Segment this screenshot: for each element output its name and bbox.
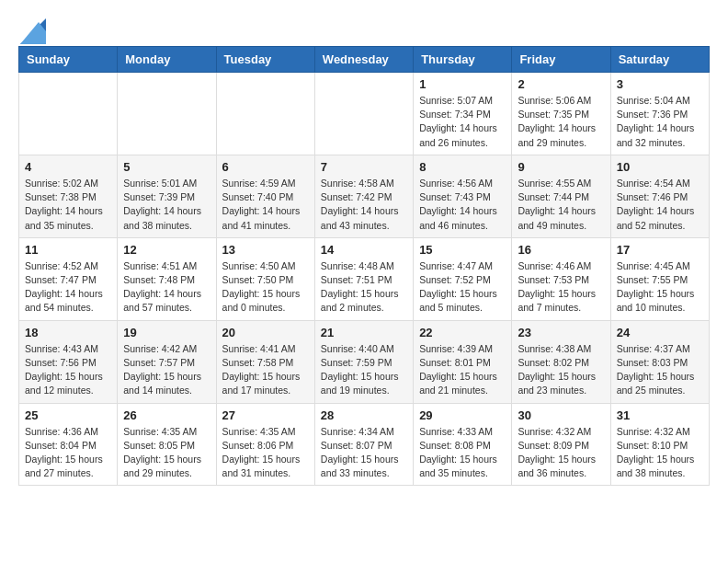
day-info: Sunrise: 5:06 AM Sunset: 7:35 PM Dayligh… bbox=[518, 94, 604, 150]
calendar-week-row: 4Sunrise: 5:02 AM Sunset: 7:38 PM Daylig… bbox=[19, 155, 710, 237]
day-header-tuesday: Tuesday bbox=[216, 47, 314, 73]
calendar-day-cell: 18Sunrise: 4:43 AM Sunset: 7:56 PM Dayli… bbox=[19, 320, 118, 403]
day-number: 11 bbox=[25, 243, 111, 257]
calendar-day-cell: 7Sunrise: 4:58 AM Sunset: 7:42 PM Daylig… bbox=[314, 155, 413, 237]
day-header-wednesday: Wednesday bbox=[314, 47, 413, 73]
day-info: Sunrise: 4:43 AM Sunset: 7:56 PM Dayligh… bbox=[25, 342, 111, 398]
calendar-day-cell: 6Sunrise: 4:59 AM Sunset: 7:40 PM Daylig… bbox=[216, 155, 314, 237]
day-info: Sunrise: 4:41 AM Sunset: 7:58 PM Dayligh… bbox=[222, 342, 309, 398]
calendar-day-cell bbox=[314, 73, 413, 155]
day-info: Sunrise: 4:55 AM Sunset: 7:44 PM Dayligh… bbox=[518, 177, 604, 233]
day-number: 6 bbox=[222, 160, 309, 174]
calendar-header-row: SundayMondayTuesdayWednesdayThursdayFrid… bbox=[19, 47, 710, 73]
day-info: Sunrise: 4:50 AM Sunset: 7:50 PM Dayligh… bbox=[222, 259, 309, 316]
calendar-day-cell: 14Sunrise: 4:48 AM Sunset: 7:51 PM Dayli… bbox=[314, 237, 413, 320]
day-number: 23 bbox=[518, 326, 604, 339]
calendar-week-row: 25Sunrise: 4:36 AM Sunset: 8:04 PM Dayli… bbox=[19, 403, 710, 486]
day-number: 13 bbox=[222, 243, 309, 257]
day-header-friday: Friday bbox=[512, 47, 610, 73]
day-info: Sunrise: 4:58 AM Sunset: 7:42 PM Dayligh… bbox=[321, 177, 407, 233]
calendar-day-cell: 12Sunrise: 4:51 AM Sunset: 7:48 PM Dayli… bbox=[118, 237, 216, 320]
calendar-day-cell: 4Sunrise: 5:02 AM Sunset: 7:38 PM Daylig… bbox=[19, 155, 118, 237]
day-number: 26 bbox=[123, 408, 210, 422]
day-number: 15 bbox=[419, 243, 506, 257]
day-number: 8 bbox=[419, 160, 506, 174]
day-number: 28 bbox=[321, 408, 407, 422]
day-info: Sunrise: 4:37 AM Sunset: 8:03 PM Dayligh… bbox=[617, 342, 703, 398]
day-info: Sunrise: 4:40 AM Sunset: 7:59 PM Dayligh… bbox=[321, 342, 407, 398]
day-number: 12 bbox=[123, 243, 210, 257]
calendar-day-cell bbox=[19, 73, 118, 155]
day-number: 7 bbox=[321, 160, 407, 174]
day-number: 9 bbox=[518, 160, 604, 174]
day-number: 18 bbox=[25, 326, 111, 339]
day-info: Sunrise: 4:45 AM Sunset: 7:55 PM Dayligh… bbox=[617, 259, 703, 316]
calendar-table: SundayMondayTuesdayWednesdayThursdayFrid… bbox=[18, 46, 710, 486]
calendar-day-cell bbox=[216, 73, 314, 155]
day-info: Sunrise: 5:07 AM Sunset: 7:34 PM Dayligh… bbox=[419, 94, 506, 150]
day-number: 16 bbox=[518, 243, 604, 257]
calendar-day-cell: 30Sunrise: 4:32 AM Sunset: 8:09 PM Dayli… bbox=[512, 403, 610, 486]
day-header-sunday: Sunday bbox=[19, 47, 118, 73]
day-info: Sunrise: 4:39 AM Sunset: 8:01 PM Dayligh… bbox=[419, 342, 506, 398]
day-number: 25 bbox=[25, 408, 111, 422]
calendar-day-cell: 17Sunrise: 4:45 AM Sunset: 7:55 PM Dayli… bbox=[610, 237, 709, 320]
calendar-day-cell: 11Sunrise: 4:52 AM Sunset: 7:47 PM Dayli… bbox=[19, 237, 118, 320]
calendar-week-row: 1Sunrise: 5:07 AM Sunset: 7:34 PM Daylig… bbox=[19, 73, 710, 155]
calendar-day-cell: 16Sunrise: 4:46 AM Sunset: 7:53 PM Dayli… bbox=[512, 237, 610, 320]
calendar-day-cell: 10Sunrise: 4:54 AM Sunset: 7:46 PM Dayli… bbox=[610, 155, 709, 237]
day-number: 31 bbox=[617, 408, 703, 422]
calendar-day-cell: 20Sunrise: 4:41 AM Sunset: 7:58 PM Dayli… bbox=[216, 320, 314, 403]
calendar-day-cell bbox=[118, 73, 216, 155]
calendar-day-cell: 8Sunrise: 4:56 AM Sunset: 7:43 PM Daylig… bbox=[414, 155, 512, 237]
day-info: Sunrise: 4:36 AM Sunset: 8:04 PM Dayligh… bbox=[25, 425, 111, 481]
day-info: Sunrise: 4:52 AM Sunset: 7:47 PM Dayligh… bbox=[25, 259, 111, 316]
day-info: Sunrise: 4:32 AM Sunset: 8:10 PM Dayligh… bbox=[617, 425, 703, 481]
calendar-day-cell: 23Sunrise: 4:38 AM Sunset: 8:02 PM Dayli… bbox=[512, 320, 610, 403]
day-number: 29 bbox=[419, 408, 506, 422]
day-info: Sunrise: 5:02 AM Sunset: 7:38 PM Dayligh… bbox=[25, 177, 111, 233]
calendar-day-cell: 9Sunrise: 4:55 AM Sunset: 7:44 PM Daylig… bbox=[512, 155, 610, 237]
calendar-day-cell: 27Sunrise: 4:35 AM Sunset: 8:06 PM Dayli… bbox=[216, 403, 314, 486]
day-number: 17 bbox=[617, 243, 703, 257]
day-number: 27 bbox=[222, 408, 309, 422]
day-header-thursday: Thursday bbox=[414, 47, 512, 73]
calendar-week-row: 11Sunrise: 4:52 AM Sunset: 7:47 PM Dayli… bbox=[19, 237, 710, 320]
day-info: Sunrise: 4:38 AM Sunset: 8:02 PM Dayligh… bbox=[518, 342, 604, 398]
day-info: Sunrise: 4:42 AM Sunset: 7:57 PM Dayligh… bbox=[123, 342, 210, 398]
calendar-day-cell: 5Sunrise: 5:01 AM Sunset: 7:39 PM Daylig… bbox=[118, 155, 216, 237]
calendar-day-cell: 28Sunrise: 4:34 AM Sunset: 8:07 PM Dayli… bbox=[314, 403, 413, 486]
day-number: 4 bbox=[25, 160, 111, 174]
calendar-day-cell: 1Sunrise: 5:07 AM Sunset: 7:34 PM Daylig… bbox=[414, 73, 512, 155]
day-info: Sunrise: 4:46 AM Sunset: 7:53 PM Dayligh… bbox=[518, 259, 604, 316]
day-info: Sunrise: 4:34 AM Sunset: 8:07 PM Dayligh… bbox=[321, 425, 407, 481]
day-info: Sunrise: 4:33 AM Sunset: 8:08 PM Dayligh… bbox=[419, 425, 506, 481]
day-info: Sunrise: 4:59 AM Sunset: 7:40 PM Dayligh… bbox=[222, 177, 309, 233]
day-info: Sunrise: 5:04 AM Sunset: 7:36 PM Dayligh… bbox=[617, 94, 703, 150]
calendar-day-cell: 15Sunrise: 4:47 AM Sunset: 7:52 PM Dayli… bbox=[414, 237, 512, 320]
calendar-week-row: 18Sunrise: 4:43 AM Sunset: 7:56 PM Dayli… bbox=[19, 320, 710, 403]
day-number: 5 bbox=[123, 160, 210, 174]
calendar-day-cell: 19Sunrise: 4:42 AM Sunset: 7:57 PM Dayli… bbox=[118, 320, 216, 403]
logo-icon bbox=[20, 18, 46, 44]
day-info: Sunrise: 4:48 AM Sunset: 7:51 PM Dayligh… bbox=[321, 259, 407, 316]
day-info: Sunrise: 5:01 AM Sunset: 7:39 PM Dayligh… bbox=[123, 177, 210, 233]
calendar-day-cell: 26Sunrise: 4:35 AM Sunset: 8:05 PM Dayli… bbox=[118, 403, 216, 486]
day-info: Sunrise: 4:32 AM Sunset: 8:09 PM Dayligh… bbox=[518, 425, 604, 481]
day-info: Sunrise: 4:47 AM Sunset: 7:52 PM Dayligh… bbox=[419, 259, 506, 316]
calendar-day-cell: 24Sunrise: 4:37 AM Sunset: 8:03 PM Dayli… bbox=[610, 320, 709, 403]
day-info: Sunrise: 4:51 AM Sunset: 7:48 PM Dayligh… bbox=[123, 259, 210, 316]
day-header-saturday: Saturday bbox=[610, 47, 709, 73]
calendar-day-cell: 21Sunrise: 4:40 AM Sunset: 7:59 PM Dayli… bbox=[314, 320, 413, 403]
day-info: Sunrise: 4:35 AM Sunset: 8:06 PM Dayligh… bbox=[222, 425, 309, 481]
day-number: 22 bbox=[419, 326, 506, 339]
day-info: Sunrise: 4:56 AM Sunset: 7:43 PM Dayligh… bbox=[419, 177, 506, 233]
calendar-day-cell: 13Sunrise: 4:50 AM Sunset: 7:50 PM Dayli… bbox=[216, 237, 314, 320]
calendar-day-cell: 3Sunrise: 5:04 AM Sunset: 7:36 PM Daylig… bbox=[610, 73, 709, 155]
day-number: 3 bbox=[617, 77, 703, 91]
day-number: 20 bbox=[222, 326, 309, 339]
day-info: Sunrise: 4:35 AM Sunset: 8:05 PM Dayligh… bbox=[123, 425, 210, 481]
page-header bbox=[18, 18, 710, 37]
day-number: 1 bbox=[419, 77, 506, 91]
calendar-day-cell: 2Sunrise: 5:06 AM Sunset: 7:35 PM Daylig… bbox=[512, 73, 610, 155]
